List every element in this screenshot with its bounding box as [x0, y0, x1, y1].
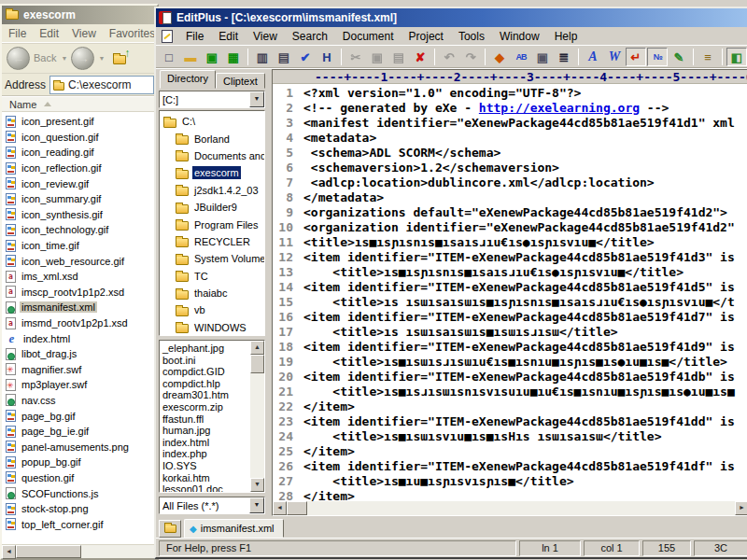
file-row[interactable]: SCOFunctions.js	[6, 485, 157, 501]
sidebar-file-item[interactable]: IO.SYS	[162, 460, 250, 472]
code-line[interactable]: 15 <title>ıs ısɯısaısɯıs■ısɲısnıs■ısaısɹ…	[273, 295, 747, 310]
sidebar-file-item[interactable]: korkai.htm	[162, 472, 250, 484]
window-panel-button[interactable]: ◧	[726, 48, 747, 66]
file-row[interactable]: question.gif	[6, 470, 157, 486]
tab-cliptext[interactable]: Cliptext	[216, 73, 265, 89]
sidebar-file-item[interactable]: exescorm.zip	[162, 401, 250, 413]
file-row[interactable]: imsmd_rootv1p2p1.xsd	[6, 315, 157, 331]
tree-folder-item[interactable]: j2sdk1.4.2_03	[162, 182, 264, 199]
file-row[interactable]: nav.css	[6, 393, 157, 409]
find-in-files-button[interactable]: AB	[511, 48, 531, 66]
hyperlink[interactable]: http://exelearning.org	[479, 101, 640, 115]
file-row[interactable]: icon_present.gif	[6, 114, 157, 130]
new-document-button[interactable]: □	[159, 48, 179, 66]
html-document-button[interactable]: H	[317, 48, 337, 66]
explorer-menu-favorites[interactable]: Favorites	[103, 25, 162, 42]
menu-document[interactable]: Document	[335, 28, 402, 45]
file-row[interactable]: icon_synthesis.gif	[6, 207, 157, 223]
file-row[interactable]: imsmanifest.xml	[6, 300, 157, 315]
name-column-header[interactable]: Name	[2, 96, 157, 112]
explorer-title-bar[interactable]: exescorm	[2, 6, 157, 24]
font-style-a-button[interactable]: A	[583, 48, 603, 66]
document-system-menu-icon[interactable]	[162, 30, 173, 43]
code-line[interactable]: 28</item>	[273, 489, 747, 501]
code-line[interactable]: 17 <title>ıs ısɯısaısɯıs■ısɯısɹısɯ</titl…	[273, 325, 747, 340]
menu-project[interactable]: Project	[402, 28, 451, 45]
sidebar-file-item[interactable]: ffastun.ffl	[162, 413, 250, 426]
file-filter-select[interactable]: All Files (*.*) ▼	[159, 497, 265, 514]
sidebar-file-item[interactable]: human.jpg	[162, 425, 250, 437]
delete-button[interactable]: ✘	[410, 48, 430, 66]
chevron-down-icon[interactable]: ▼	[249, 497, 264, 513]
tree-folder-item[interactable]: JBuilder9	[162, 199, 264, 216]
tree-folder-item[interactable]: Borland	[162, 130, 264, 147]
explorer-menu-edit[interactable]: Edit	[33, 25, 65, 42]
forward-dropdown-icon[interactable]: ▼	[98, 55, 105, 62]
spell-check-button[interactable]: ✔	[295, 48, 316, 66]
scroll-left-icon[interactable]: ◄	[273, 501, 287, 515]
print-button[interactable]: ▤	[274, 48, 294, 66]
code-line[interactable]: 22</item>	[273, 399, 747, 414]
menu-window[interactable]: Window	[492, 28, 547, 45]
sidebar-file-item[interactable]: lesson01.doc	[162, 483, 250, 492]
tree-folder-item[interactable]: Documents and S	[162, 147, 264, 164]
chevron-down-icon[interactable]: ▼	[249, 91, 264, 107]
file-row[interactable]: top_left_corner.gif	[6, 516, 157, 532]
cliptext-list-button[interactable]: ≡	[698, 48, 718, 66]
file-row[interactable]: mp3player.swf	[6, 377, 157, 393]
menu-tools[interactable]: Tools	[451, 28, 492, 45]
code-line[interactable]: 10<organization identifier="eXenewPackag…	[273, 220, 747, 235]
file-row[interactable]: icon_reading.gif	[6, 145, 157, 161]
insert-list-button[interactable]: ≣	[554, 48, 574, 66]
menu-help[interactable]: Help	[547, 28, 585, 45]
menu-file[interactable]: File	[178, 28, 211, 45]
code-line[interactable]: 19 <title>ıs■ısɯısɹısɯıu€ıs■ısnıu■ısɲıs■…	[273, 355, 747, 370]
sidebar-file-item[interactable]: compdict.hlp	[162, 378, 250, 390]
menu-view[interactable]: View	[246, 28, 285, 45]
tree-folder-item[interactable]: System Volume I	[162, 250, 264, 267]
file-row[interactable]: popup_bg.gif	[6, 455, 157, 470]
file-row[interactable]: icon_web_resource.gif	[6, 253, 157, 269]
editplus-title-bar[interactable]: EditPlus - [C:\exescorm\imsmanifest.xml]	[156, 8, 747, 27]
code-line[interactable]: 13 <title>ıs■ısɲısnıs■ısaısɹıu€ıs●ısɲısv…	[273, 265, 747, 280]
code-line[interactable]: 12<item identifier="ITEM-eXenewPackage44…	[273, 250, 747, 265]
font-style-w-button[interactable]: W	[604, 48, 625, 66]
file-row[interactable]: icon_summary.gif	[6, 191, 157, 207]
editor-horizontal-scrollbar[interactable]: ◄ ►	[273, 501, 747, 515]
scrollbar-thumb[interactable]	[250, 355, 264, 373]
tree-folder-item[interactable]: RECYCLER	[162, 233, 264, 250]
syntax-highlight-button[interactable]: ◆	[489, 48, 510, 66]
save-all-button[interactable]: ▦	[223, 48, 244, 66]
word-wrap-button[interactable]: ↵	[626, 48, 646, 66]
document-selector-button[interactable]	[159, 520, 181, 538]
up-folder-button[interactable]: ↑	[108, 47, 131, 69]
copy-append-button[interactable]: ▣	[532, 48, 553, 66]
code-line[interactable]: 16<item identifier="ITEM-eXenewPackage44…	[273, 310, 747, 325]
print-preview-button[interactable]: ▥	[252, 48, 273, 66]
tree-folder-item[interactable]: WINDOWS	[162, 319, 264, 336]
file-row[interactable]: icon_reflection.gif	[6, 161, 157, 176]
drive-select[interactable]: [C:] ▼	[159, 91, 265, 108]
back-button[interactable]: ←	[7, 47, 30, 70]
scroll-down-icon[interactable]: ▼	[250, 478, 264, 492]
code-editor[interactable]: 1<?xml version="1.0" encoding="UTF-8"?>2…	[273, 84, 747, 501]
code-line[interactable]: 11<title>ıs■ısɲısnıs■ısaısɹıu€ıs●ısɲısvı…	[273, 235, 747, 250]
sidebar-file-item[interactable]: _elephant.jpg	[162, 343, 250, 355]
tree-folder-item[interactable]: TC	[162, 268, 264, 285]
explorer-menu-file[interactable]: File	[2, 25, 33, 42]
code-line[interactable]: 8</metadata>	[273, 190, 747, 205]
code-line[interactable]: 6 <schemaversion>1.2</schemaversion>	[273, 161, 747, 175]
file-row[interactable]: stock-stop.png	[6, 501, 157, 517]
code-line[interactable]: 18<item identifier="ITEM-eXenewPackage44…	[273, 340, 747, 355]
menu-edit[interactable]: Edit	[211, 28, 246, 45]
scroll-right-icon[interactable]: ►	[735, 501, 747, 515]
forward-button[interactable]: →	[71, 47, 94, 70]
code-line[interactable]: 21 <title>ıs■ısɹısɯısnısvısuıu■ıu€ıs■ısn…	[273, 385, 747, 399]
file-row[interactable]: icon_review.gif	[6, 175, 157, 191]
scroll-left-icon[interactable]: ◄	[2, 545, 16, 559]
document-tab-imsmanifest[interactable]: ◆ imsmanifest.xml	[184, 519, 284, 538]
sidebar-file-item[interactable]: index.html	[162, 437, 250, 449]
tree-folder-item[interactable]: vb	[162, 301, 264, 318]
tree-folder-item[interactable]: exescorm	[162, 164, 264, 181]
code-line[interactable]: 20<item identifier="ITEM-eXenewPackage44…	[273, 370, 747, 385]
